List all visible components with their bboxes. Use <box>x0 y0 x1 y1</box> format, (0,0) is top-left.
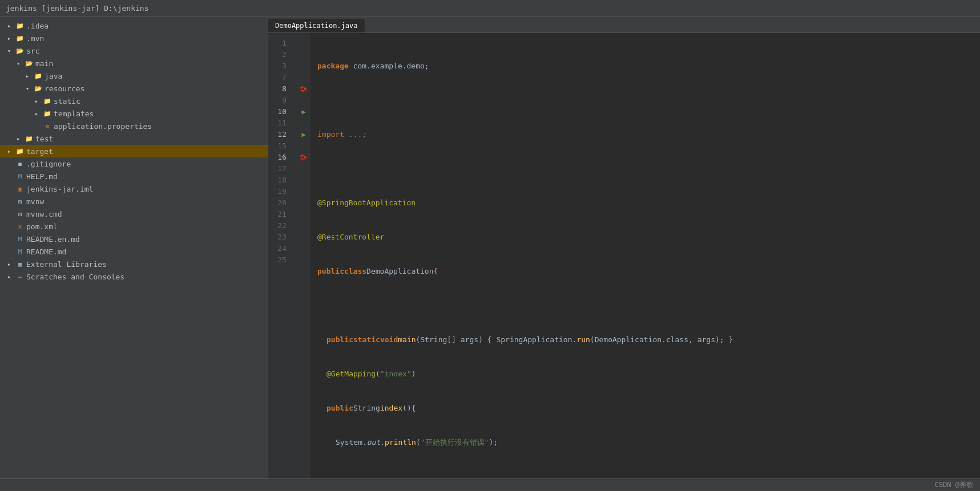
sidebar-item-idea[interactable]: 📁 .idea <box>0 19 268 32</box>
line-numbers: 1 2 3 7 8 9 10 11 12 15 16 17 18 19 20 2… <box>268 33 297 478</box>
libs-icon: ▦ <box>15 259 25 269</box>
code-line-16: public String index(){ <box>317 403 980 414</box>
sidebar-item-test[interactable]: 📁 test <box>0 132 268 145</box>
sidebar-item-label: test <box>35 135 53 143</box>
sidebar-item-mvnw[interactable]: m mvnw <box>0 195 268 208</box>
code-line-10: public class DemoApplication { <box>317 266 980 277</box>
gutter-9 <box>297 95 310 106</box>
line-num-9: 9 <box>268 95 291 106</box>
sidebar-item-label: README.en.md <box>26 235 80 244</box>
file-icon: m <box>15 197 25 206</box>
watermark-text: CSDN @养歌 <box>935 480 973 490</box>
gutter-12[interactable]: ▶ <box>297 129 310 140</box>
sidebar-item-static[interactable]: 📁 static <box>0 95 268 107</box>
run-icon-12[interactable]: ▶ <box>301 131 305 139</box>
gutter-24 <box>297 243 310 254</box>
sidebar-item-application-properties[interactable]: ⚙ application.properties <box>0 120 268 132</box>
sidebar-item-label: mvnw <box>26 197 44 206</box>
sidebar-item-src[interactable]: 📂 src <box>0 44 268 57</box>
sidebar-item-templates[interactable]: 📁 templates <box>0 107 268 120</box>
bean-icon: 🫘 <box>300 86 308 93</box>
folder-open-icon: 📂 <box>25 59 34 68</box>
gutter-17 <box>297 163 310 175</box>
properties-icon: ⚙ <box>43 121 52 131</box>
gutter-22 <box>297 220 310 232</box>
sidebar-item-gitignore[interactable]: ◼ .gitignore <box>0 157 268 170</box>
sidebar-item-label: pom.xml <box>26 222 58 231</box>
folder-icon: 📁 <box>15 147 25 156</box>
sidebar-item-pomxml[interactable]: x pom.xml <box>0 220 268 233</box>
sidebar-item-java[interactable]: 📁 java <box>0 70 268 82</box>
gutter-23 <box>297 232 310 243</box>
run-icon[interactable]: ▶ <box>301 108 305 116</box>
sidebar-item-label: java <box>45 72 62 80</box>
sidebar-item-target[interactable]: 📁 target <box>0 145 268 157</box>
bean-icon-16: 🫘 <box>300 154 308 161</box>
line-num-12: 12 <box>268 129 291 140</box>
gutter-20 <box>297 197 310 209</box>
xml-icon: x <box>15 222 25 231</box>
gutter-7 <box>297 72 310 83</box>
spacer <box>5 184 14 193</box>
folder-open-icon: 📂 <box>15 46 25 55</box>
gutter-10[interactable]: ▶ <box>297 106 310 117</box>
code-line-8: @SpringBootApplication <box>317 197 980 209</box>
sidebar-item-readmeenmd[interactable]: M README.en.md <box>0 233 268 245</box>
arrow-closed-icon <box>32 96 41 105</box>
editor-area: DemoApplication.java 1 2 3 7 8 9 10 11 1… <box>268 17 980 478</box>
code-line-17: System.out.println("开始执行没有错误"); <box>317 437 980 448</box>
line-num-21: 21 <box>268 209 291 220</box>
sidebar-item-label: target <box>26 147 53 156</box>
line-num-18: 18 <box>268 175 291 186</box>
sidebar-item-label: .gitignore <box>26 160 71 168</box>
title-bar: jenkins [jenkins-jar] D:\jenkins <box>0 0 980 17</box>
code-line-11 <box>317 300 980 311</box>
sidebar-item-extlibs[interactable]: ▦ External Libraries <box>0 258 268 270</box>
sidebar-item-readmemd[interactable]: M README.md <box>0 245 268 258</box>
spacer <box>5 247 14 256</box>
gutter-15 <box>297 140 310 152</box>
line-num-19: 19 <box>268 186 291 197</box>
gutter-19 <box>297 186 310 197</box>
code-container: 1 2 3 7 8 9 10 11 12 15 16 17 18 19 20 2… <box>268 33 980 478</box>
line-num-17: 17 <box>268 163 291 175</box>
sidebar-item-label: resources <box>45 84 84 93</box>
sidebar-item-main[interactable]: 📂 main <box>0 57 268 70</box>
sidebar-item-helpmd[interactable]: M HELP.md <box>0 170 268 182</box>
arrow-open-icon <box>23 84 32 93</box>
folder-icon: 📁 <box>43 109 52 118</box>
sidebar-item-label: src <box>26 47 39 55</box>
tab-demo-application[interactable]: DemoApplication.java <box>268 19 365 33</box>
code-line-3: import ...; <box>317 129 980 140</box>
code-editor[interactable]: package com.example.demo; import ...; @S… <box>310 33 980 478</box>
line-num-20: 20 <box>268 197 291 209</box>
line-num-23: 23 <box>268 232 291 243</box>
gutter-16[interactable]: 🫘 <box>297 152 310 163</box>
sidebar-item-label: jenkins-jar.iml <box>26 185 93 193</box>
file-icon: m <box>15 209 25 218</box>
sidebar-item-mvnwcmd[interactable]: m mvnw.cmd <box>0 208 268 220</box>
folder-java-icon: 📁 <box>34 71 43 80</box>
sidebar-item-resources[interactable]: 📂 resources <box>0 82 268 95</box>
sidebar-item-scratches[interactable]: ✏ Scratches and Consoles <box>0 270 268 283</box>
spacer <box>5 234 14 244</box>
arrow-closed-icon <box>14 134 23 143</box>
sidebar-item-jenkins-iml[interactable]: ▣ jenkins-jar.iml <box>0 182 268 195</box>
code-line-12: public static void main(String[] args) {… <box>317 334 980 346</box>
gutter-8[interactable]: 🫘 <box>297 83 310 95</box>
line-num-16: 16 <box>268 152 291 163</box>
md-icon: M <box>15 234 25 244</box>
sidebar[interactable]: 📁 .idea 📁 .mvn 📂 src 📂 main 📁 java <box>0 17 268 478</box>
tab-label: DemoApplication.java <box>275 22 358 30</box>
line-num-2: 2 <box>268 49 291 60</box>
gutter-3 <box>297 60 310 72</box>
arrow-closed-icon <box>5 272 14 281</box>
line-num-24: 24 <box>268 243 291 254</box>
gutter-25 <box>297 254 310 266</box>
arrow-closed-icon <box>23 71 32 80</box>
sidebar-item-label: .idea <box>26 22 49 30</box>
gutter-21 <box>297 209 310 220</box>
sidebar-item-mvn[interactable]: 📁 .mvn <box>0 32 268 44</box>
sidebar-item-label: HELP.md <box>26 172 58 181</box>
code-line-1: package com.example.demo; <box>317 60 980 72</box>
